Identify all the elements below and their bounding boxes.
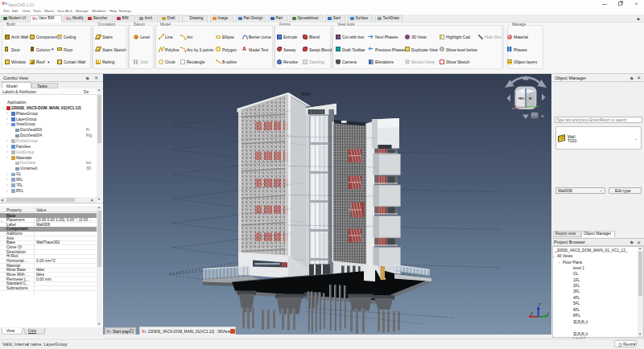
svg-text:RI: RI [529, 97, 531, 101]
svg-text:FRO: FRO [518, 97, 525, 101]
svg-text:X: X [512, 103, 514, 107]
svg-text:Y: Y [540, 102, 543, 106]
